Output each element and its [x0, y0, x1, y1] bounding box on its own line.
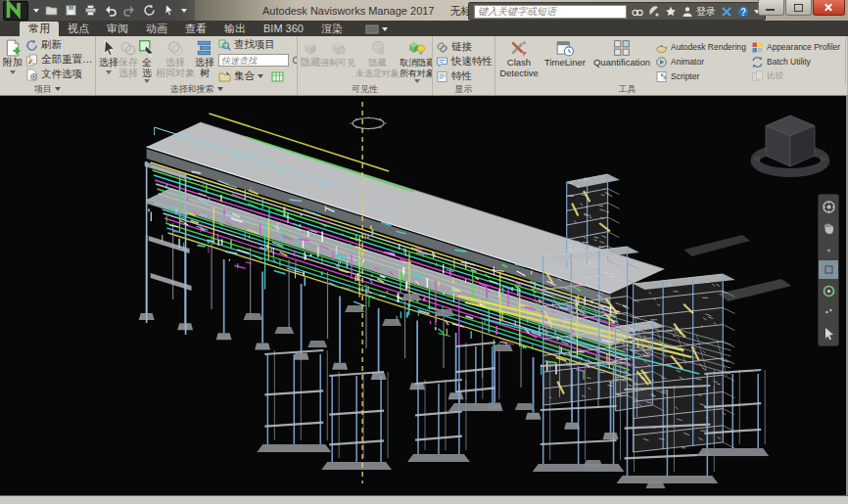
redo-icon[interactable] — [122, 3, 137, 18]
refresh-button[interactable]: 刷新 — [25, 38, 96, 52]
select-all-icon — [138, 39, 156, 57]
orbit-icon[interactable] — [819, 282, 838, 300]
hide-unselected-button[interactable]: 隐藏 未选定对象 — [355, 38, 400, 84]
pan-hand-icon[interactable] — [819, 219, 838, 238]
save-icon[interactable] — [64, 3, 78, 18]
appearance-profiler-icon — [751, 41, 764, 54]
select-same-icon — [166, 39, 184, 57]
sign-in-button[interactable]: 登录 — [682, 5, 716, 19]
appearance-profiler-button[interactable]: Appearance Profiler — [751, 40, 845, 54]
help-icon[interactable] — [737, 6, 749, 18]
tab-view[interactable]: 查看 — [176, 22, 215, 36]
tab-output[interactable]: 输出 — [215, 22, 255, 36]
open-icon[interactable] — [44, 3, 59, 18]
navisworks-logo[interactable] — [3, 1, 28, 21]
full-navigation-wheel-icon[interactable] — [819, 198, 838, 216]
ribbon-display-options[interactable] — [365, 24, 388, 34]
batch-utility-button[interactable]: Batch Utility — [751, 55, 845, 69]
properties-button[interactable]: 特性 — [436, 69, 493, 83]
select-same-button[interactable]: 选择 相同对象 — [156, 38, 195, 84]
qat-customize-dropdown-arrow[interactable] — [181, 9, 187, 13]
animator-button[interactable]: Animator — [655, 55, 749, 69]
link-icon — [436, 41, 448, 54]
quick-properties-icon — [436, 56, 448, 69]
save-selection-button[interactable]: 保存 选择 — [118, 38, 138, 84]
find-items-icon — [218, 39, 231, 52]
quick-find-search-icon[interactable] — [291, 54, 298, 67]
refresh-model-icon[interactable] — [142, 3, 157, 18]
minimize-button[interactable] — [758, 0, 784, 16]
close-button[interactable] — [813, 0, 845, 16]
ribbon-group-project: 附加 刷新 全部重置… — [0, 36, 96, 95]
file-options-icon — [25, 69, 38, 81]
require-icon — [329, 39, 347, 57]
tab-home[interactable]: 常用 — [20, 22, 59, 36]
selection-tree-button[interactable]: 选择 树 — [195, 38, 214, 84]
clash-detective-button[interactable]: Clash Detective — [498, 38, 540, 84]
zoom-icon[interactable] — [819, 240, 838, 258]
favorites-star-icon[interactable] — [665, 6, 677, 18]
select-icon — [100, 39, 118, 57]
hide-unselected-icon — [369, 39, 387, 57]
view-cube[interactable] — [746, 102, 834, 186]
hide-button[interactable]: 隐藏 — [301, 38, 320, 84]
communication-center-icon[interactable] — [648, 6, 660, 18]
display-group-label: 显示 — [433, 83, 495, 95]
reset-all-button[interactable]: 全部重置… — [25, 53, 96, 67]
select-search-group-label[interactable]: 选择和搜索 — [96, 83, 297, 95]
tab-review[interactable]: 审阅 — [98, 22, 137, 36]
app-title: Autodesk Navisworks Manage 2017 — [262, 5, 434, 17]
compare-button[interactable]: 比较 — [751, 69, 845, 83]
file-options-button[interactable]: 文件选项 — [25, 68, 96, 81]
sign-in-label: 登录 — [696, 5, 716, 19]
refresh-icon — [25, 39, 38, 52]
restore-button[interactable] — [785, 0, 812, 16]
navbar-select-arrow-icon[interactable] — [819, 324, 838, 343]
timeliner-button[interactable]: TimeLiner — [540, 38, 590, 84]
unhide-all-button[interactable]: 取消隐藏 所有对象 — [400, 38, 433, 84]
scripter-button[interactable]: Scripter — [655, 69, 749, 83]
find-items-button[interactable]: 查找项目 — [218, 38, 298, 52]
autodesk-rendering-button[interactable]: Autodesk Rendering — [655, 40, 749, 54]
autodesk-rendering-icon — [655, 41, 668, 54]
timeliner-icon — [556, 39, 574, 57]
ribbon-group-visibility: 隐藏 强制可见 隐藏 未选定对象 取消隐藏 所有 — [298, 36, 433, 95]
batch-utility-icon — [751, 56, 764, 69]
orbit-active-icon[interactable] — [819, 260, 838, 279]
search-binoculars-icon[interactable] — [632, 6, 643, 18]
quick-access-toolbar — [0, 0, 195, 21]
infocenter: 登录 — [468, 2, 766, 21]
select-all-button[interactable]: 全 选 — [138, 38, 156, 84]
clash-detective-icon — [510, 39, 528, 57]
exchange-apps-icon[interactable] — [721, 6, 732, 18]
window-title: Autodesk Navisworks Manage 2017无标题 — [262, 4, 482, 19]
append-button[interactable]: 附加 — [3, 38, 23, 84]
tab-render[interactable]: 渲染 — [312, 22, 352, 36]
quick-find-row — [218, 53, 298, 68]
compare-icon — [751, 70, 764, 83]
tab-animation[interactable]: 动画 — [137, 22, 176, 36]
print-icon[interactable] — [83, 3, 98, 18]
links-button[interactable]: 链接 — [436, 40, 493, 54]
tab-bim360[interactable]: BIM 360 — [255, 22, 312, 36]
ribbon-tab-bar: 常用 视点 审阅 动画 查看 输出 BIM 360 渲染 — [0, 21, 848, 36]
selection-tree-icon — [196, 39, 213, 57]
reset-all-icon — [25, 54, 38, 67]
quick-properties-button[interactable]: 快速特性 — [436, 55, 493, 69]
require-button[interactable]: 强制可见 — [320, 38, 355, 84]
look-around-icon[interactable] — [819, 302, 838, 321]
project-group-label[interactable]: 项目 — [0, 83, 95, 95]
viewport-3d[interactable] — [0, 96, 848, 495]
scripter-icon — [655, 70, 668, 83]
undo-icon[interactable] — [103, 3, 118, 18]
tab-viewpoint[interactable]: 视点 — [59, 22, 98, 36]
select-button[interactable]: 选择 — [99, 38, 118, 84]
selection-inspector-icon[interactable] — [271, 69, 284, 82]
app-menu-dropdown-arrow[interactable] — [33, 9, 39, 13]
quick-find-input[interactable] — [218, 54, 289, 67]
select-cursor-icon[interactable] — [162, 3, 176, 18]
quantification-button[interactable]: Quantification — [590, 38, 653, 84]
quantification-icon — [613, 39, 631, 57]
infocenter-search-input[interactable] — [474, 5, 627, 19]
sets-button[interactable]: 集合 — [218, 69, 263, 83]
